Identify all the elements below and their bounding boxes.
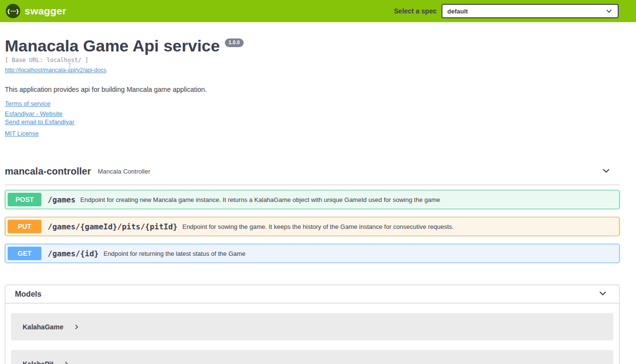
model-name: KalahaPit	[23, 360, 53, 364]
api-title-text: Manacala Game Api service	[5, 37, 220, 55]
opblock-post-games[interactable]: POST /games Endpoint for creating new Ma…	[5, 190, 620, 209]
swagger-brand[interactable]: {⋯} swagger	[6, 4, 66, 18]
base-url: [ Base URL: localhost/ ]	[5, 57, 620, 63]
tag-name: mancala-controller	[5, 166, 91, 177]
opblock-put-games-pits[interactable]: PUT /games/{gameId}/pits/{pitId} Endpoin…	[5, 217, 620, 236]
send-email-link[interactable]: Send email to Esfandiyar	[5, 118, 75, 126]
models-section: Models KalahaGame KalahaPit	[5, 285, 620, 364]
collapse-models-button[interactable]	[596, 287, 610, 301]
method-badge: POST	[8, 193, 41, 206]
models-header[interactable]: Models	[5, 285, 619, 303]
op-description: Endpoint for sowing the game. It keeps t…	[182, 223, 454, 230]
op-path: /games/{id}	[48, 249, 99, 258]
page-title: Manacala Game Api service1.0.0	[5, 37, 620, 55]
api-info-section: Manacala Game Api service1.0.0 [ Base UR…	[5, 37, 620, 137]
opblock-get-games-id[interactable]: GET /games/{id} Endpoint for returning t…	[5, 244, 620, 263]
op-description: Endpoint for creating new Mancala game i…	[80, 196, 440, 203]
method-badge: GET	[8, 247, 41, 260]
tag-description: Mancala Controller	[98, 168, 150, 175]
license-link[interactable]: MIT License	[5, 130, 39, 137]
chevron-right-icon	[73, 324, 80, 330]
tag-section-header[interactable]: mancala-controller Mancala Controller	[5, 164, 620, 185]
op-path: /games/{gameId}/pits/{pitId}	[48, 222, 178, 231]
brand-name: swagger	[25, 5, 66, 17]
method-badge: PUT	[8, 220, 41, 233]
api-description: This application provides api for buildi…	[5, 86, 620, 93]
api-docs-link[interactable]: http://localhost/mancala-api/v2/api-docs	[5, 67, 106, 74]
website-link[interactable]: Esfandiyar - Website	[5, 110, 63, 117]
chevron-down-icon	[598, 289, 608, 300]
select-spec-label: Select a spec	[394, 7, 437, 15]
model-name: KalahaGame	[23, 323, 64, 331]
op-description: Endpoint for returning the latest status…	[104, 250, 246, 257]
chevron-down-icon	[601, 166, 611, 177]
terms-of-service-link[interactable]: Terms of service	[5, 100, 51, 107]
spec-select[interactable]: default	[441, 4, 619, 18]
chevron-down-icon	[605, 7, 613, 15]
topbar: {⋯} swagger Select a spec default	[0, 0, 636, 22]
swagger-logo-icon: {⋯}	[6, 4, 20, 18]
models-title: Models	[15, 290, 41, 299]
model-kalahagame[interactable]: KalahaGame	[11, 313, 613, 340]
spec-selector-group: Select a spec default	[394, 4, 619, 18]
swagger-ui-main: Manacala Game Api service1.0.0 [ Base UR…	[0, 22, 636, 364]
op-path: /games	[48, 195, 76, 204]
version-badge: 1.0.0	[225, 38, 244, 47]
model-kalahapit[interactable]: KalahaPit	[11, 350, 613, 364]
collapse-tag-button[interactable]	[599, 164, 613, 179]
info-links: Terms of service Esfandiyar - Website Se…	[5, 100, 620, 137]
chevron-right-icon	[63, 361, 70, 364]
text-cursor-icon	[67, 63, 73, 75]
spec-select-value: default	[447, 8, 468, 15]
